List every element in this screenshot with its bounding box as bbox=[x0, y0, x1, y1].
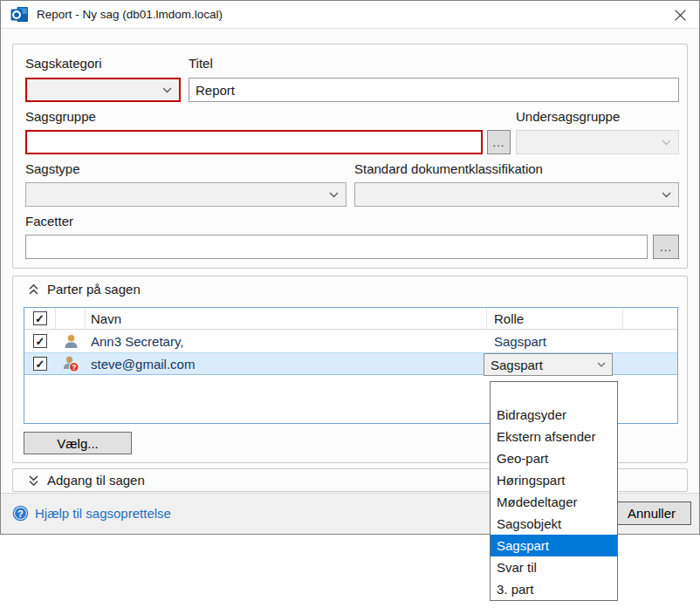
outlook-icon bbox=[10, 5, 29, 24]
svg-text:?: ? bbox=[72, 363, 76, 372]
facetter-label: Facetter bbox=[25, 214, 73, 229]
party-2-name: steve@gmail.com bbox=[91, 357, 195, 372]
dropdown-item[interactable]: Bidragsyder bbox=[491, 404, 617, 426]
sagskategori-label: Sagskategori bbox=[25, 56, 102, 71]
select-all-cell bbox=[24, 308, 56, 329]
party-row-2[interactable]: ? steve@gmail.com Sagspart bbox=[24, 352, 677, 375]
parties-group-title: Parter på sagen bbox=[47, 282, 141, 297]
screen: Report - Ny sag (db01.lmdom.local) Sagsk… bbox=[0, 0, 700, 614]
sagsgruppe-input[interactable] bbox=[25, 130, 483, 154]
standard-dokumentklassifikation-label: Standard dokumentklassifikation bbox=[354, 161, 543, 176]
person-error-icon: ? bbox=[62, 355, 79, 372]
collapse-icon[interactable] bbox=[28, 283, 39, 296]
help-link[interactable]: ? Hjælp til sagsoprettelse bbox=[12, 505, 171, 522]
help-icon: ? bbox=[12, 505, 29, 522]
person-icon bbox=[63, 333, 79, 350]
facetter-browse-button[interactable]: ... bbox=[653, 235, 679, 259]
dropdown-item[interactable]: Mødedeltager bbox=[491, 491, 617, 513]
chevron-down-icon bbox=[162, 87, 172, 93]
titel-label: Titel bbox=[189, 56, 213, 71]
dropdown-item-blank[interactable] bbox=[491, 382, 617, 404]
extra-column-header bbox=[623, 308, 677, 329]
sagstype-label: Sagstype bbox=[25, 161, 80, 176]
dropdown-item[interactable]: Sagsobjekt bbox=[491, 513, 617, 535]
standard-dokumentklassifikation-select[interactable] bbox=[354, 182, 679, 207]
party-2-role-value: Sagspart bbox=[484, 358, 597, 372]
dropdown-item[interactable]: Geo-part bbox=[491, 447, 617, 469]
svg-text:?: ? bbox=[17, 508, 24, 519]
select-all-checkbox[interactable] bbox=[33, 311, 47, 325]
titlebar[interactable]: Report - Ny sag (db01.lmdom.local) bbox=[1, 1, 699, 29]
party-2-role-select[interactable]: Sagspart bbox=[484, 353, 613, 376]
sagsgruppe-label: Sagsgruppe bbox=[25, 109, 96, 124]
undersagsgruppe-label: Undersagsgruppe bbox=[516, 109, 620, 124]
choose-parties-button[interactable]: Vælg... bbox=[24, 432, 132, 454]
access-group-header[interactable]: Adgang til sagen bbox=[28, 473, 145, 488]
sagstype-select[interactable] bbox=[25, 182, 347, 207]
dropdown-item[interactable]: Ekstern afsender bbox=[491, 426, 617, 447]
dropdown-item[interactable]: Svar til bbox=[491, 556, 617, 578]
help-link-text: Hjælp til sagsoprettelse bbox=[35, 506, 171, 521]
role-dropdown-popup: Bidragsyder Ekstern afsender Geo-part Hø… bbox=[490, 381, 618, 601]
chevron-down-icon bbox=[597, 362, 606, 367]
party-row-1[interactable]: Ann3 Secretary, Sagspart bbox=[24, 330, 677, 352]
table-header-row: Navn Rolle bbox=[24, 308, 677, 330]
close-icon[interactable] bbox=[672, 7, 688, 23]
dropdown-item[interactable]: Høringspart bbox=[491, 469, 617, 491]
chevron-down-icon bbox=[662, 140, 671, 146]
dropdown-item-selected[interactable]: Sagspart bbox=[491, 535, 617, 556]
access-group-title: Adgang til sagen bbox=[47, 473, 145, 488]
party-1-name: Ann3 Secretary, bbox=[91, 334, 183, 349]
icon-column-header bbox=[56, 308, 86, 329]
cancel-button[interactable]: Annuller bbox=[612, 501, 691, 525]
sagsgruppe-browse-button[interactable]: ... bbox=[487, 130, 511, 154]
chevron-down-icon bbox=[329, 192, 339, 198]
party-2-checkbox[interactable] bbox=[33, 357, 47, 371]
party-1-checkbox[interactable] bbox=[33, 334, 47, 348]
titel-input[interactable] bbox=[189, 78, 679, 102]
role-column-header[interactable]: Rolle bbox=[487, 308, 623, 329]
name-column-header[interactable]: Navn bbox=[86, 308, 487, 329]
parties-group-header[interactable]: Parter på sagen bbox=[28, 282, 141, 297]
expand-icon[interactable] bbox=[28, 474, 39, 487]
chevron-down-icon bbox=[662, 192, 671, 198]
undersagsgruppe-select bbox=[516, 130, 679, 154]
window-title: Report - Ny sag (db01.lmdom.local) bbox=[37, 8, 223, 21]
party-1-role: Sagspart bbox=[494, 334, 546, 349]
dropdown-item[interactable]: 3. part bbox=[491, 578, 617, 600]
facetter-input[interactable] bbox=[25, 235, 648, 259]
sagskategori-select[interactable] bbox=[25, 78, 181, 102]
